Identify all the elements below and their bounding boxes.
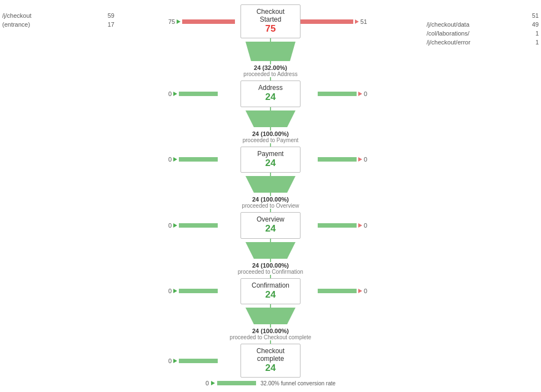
left-count-1: 59 (108, 12, 114, 19)
svg-marker-4 (246, 308, 295, 324)
step-4-left-arrow (173, 223, 177, 228)
step-2-wrapper: 0 Address 24 0 (241, 81, 300, 107)
step-1-left-arrow (177, 19, 181, 24)
step-2-name: Address (246, 84, 295, 92)
step-2-right-bar: 0 (318, 91, 367, 97)
left-sidebar: /j/checkout 59 (entrance) 17 (0, 11, 117, 29)
step-1-wrapper: 75 Checkout Started 75 51 (241, 4, 300, 38)
step-6-left-count: 0 (168, 358, 172, 364)
step-2-right-count: 0 (364, 91, 367, 97)
step-3-left-bar-fill (179, 157, 218, 162)
left-count-2: 17 (108, 21, 114, 28)
transition-3: 24 (100.00%) proceeded to Overview (242, 173, 299, 212)
step-2-right-bar-fill (318, 92, 357, 96)
step-2-left-arrow (173, 92, 177, 96)
right-sidebar: 51 /j/checkout/data 49 /col/laborations/… (424, 11, 541, 47)
trap-svg-4 (243, 242, 298, 259)
proceed-count-4: 24 (100.00%) (238, 262, 303, 269)
proceed-text-2: 24 (100.00%) proceeded to Payment (243, 130, 299, 143)
svg-marker-1 (246, 110, 295, 127)
step-2-left-bar: 0 (168, 91, 218, 97)
step-4-right-bar: 0 (318, 222, 367, 229)
step-6-left-arrow (173, 359, 177, 363)
step-3-left-arrow (173, 157, 177, 162)
trap-svg-3 (243, 176, 298, 193)
step-1-left-count: 75 (168, 18, 175, 25)
step-1-count: 75 (246, 23, 295, 34)
step-3-right-bar-fill (318, 157, 357, 162)
trap-svg-2 (243, 110, 298, 127)
step-5-left-bar: 0 (168, 288, 218, 294)
step-4-box: Overview 24 (241, 212, 300, 238)
proceed-count-1: 24 (32.00%) (243, 64, 297, 71)
svg-marker-3 (246, 242, 295, 259)
step-2-right-arrow (358, 92, 362, 96)
step-5-left-bar-fill (179, 289, 218, 293)
trap-svg-5 (243, 308, 298, 324)
step-5-left-arrow (173, 289, 177, 293)
transition-2: 24 (100.00%) proceeded to Payment (243, 107, 299, 147)
right-url-1: /j/checkout/data (427, 21, 530, 28)
step-6-left-bar-fill (179, 359, 218, 363)
proceed-count-2: 24 (100.00%) (243, 130, 299, 137)
proceed-text-4: 24 (100.00%) proceeded to Confirmation (238, 262, 303, 275)
proceed-text-5: 24 (100.00%) proceeded to Checkout compl… (230, 328, 312, 340)
step-3-right-count: 0 (364, 156, 367, 163)
proceed-to-3: proceeded to Overview (242, 203, 299, 209)
step-5-right-bar: 0 (318, 288, 367, 294)
proceed-text-3: 24 (100.00%) proceeded to Overview (242, 196, 299, 209)
step-6-wrapper: 0 Checkout complete 24 (241, 344, 300, 378)
left-row-1: /j/checkout 59 (0, 11, 117, 20)
step-4-count: 24 (246, 223, 295, 234)
step-3-box: Payment 24 (241, 147, 300, 173)
funnel-container: 75 Checkout Started 75 51 24 (32.00%) (0, 0, 541, 386)
step-6-left-bar: 0 (168, 358, 218, 364)
proceed-count-3: 24 (100.00%) (242, 196, 299, 203)
right-count-3: 1 (535, 39, 539, 46)
left-row-2: (entrance) 17 (0, 20, 117, 29)
step-4-left-bar-fill (179, 223, 218, 228)
step-3-right-bar: 0 (318, 156, 367, 163)
right-row-1: /j/checkout/data 49 (424, 20, 541, 29)
step-1-name: Checkout Started (246, 8, 295, 23)
step-5-right-bar-fill (318, 289, 357, 293)
step-1-box: Checkout Started 75 (241, 4, 300, 38)
step-1-left-bar-fill (182, 19, 235, 24)
step-4-left-count: 0 (168, 222, 172, 229)
proceed-count-5: 24 (100.00%) (230, 328, 312, 334)
proceed-to-5: proceeded to Checkout complete (230, 334, 312, 340)
conversion-bar (217, 381, 256, 385)
right-row-3: /j/checkout/error 1 (424, 38, 541, 47)
left-label-2: (entrance) (2, 21, 30, 28)
page: /j/checkout 59 (entrance) 17 51 /j/check… (0, 0, 541, 392)
step-4-name: Overview (246, 215, 295, 223)
conversion-arrow (211, 381, 215, 385)
step-1-right-arrow (355, 19, 359, 24)
conversion-left-count: 0 (206, 380, 209, 386)
step-3-right-arrow (358, 157, 362, 162)
step-2-count: 24 (246, 92, 295, 103)
step-2-box: Address 24 (241, 81, 300, 107)
step-4-right-count: 0 (364, 222, 367, 229)
transition-1: 24 (32.00%) proceeded to Address (243, 38, 298, 81)
step-3-left-bar: 0 (168, 156, 218, 163)
step-4-right-bar-fill (318, 223, 357, 228)
svg-marker-2 (246, 176, 295, 193)
step-6-count: 24 (246, 363, 295, 374)
step-3-left-count: 0 (168, 156, 172, 163)
step-1-left-bar: 75 (168, 18, 235, 25)
transition-5: 24 (100.00%) proceeded to Checkout compl… (230, 304, 312, 344)
step-5-name: Confirmation (246, 282, 295, 289)
step-5-right-arrow (358, 289, 362, 293)
right-url-3: /j/checkout/error (427, 39, 533, 46)
right-top-count: 51 (532, 12, 539, 19)
proceed-to-2: proceeded to Payment (243, 137, 299, 143)
proceed-to-4: proceeded to Confirmation (238, 269, 303, 275)
conversion-rate: 32.00% funnel conversion rate (261, 380, 335, 386)
step-3-count: 24 (246, 158, 295, 169)
conversion-row: 0 32.00% funnel conversion rate (206, 380, 335, 386)
step-4-left-bar: 0 (168, 222, 218, 229)
step-3-name: Payment (246, 150, 295, 158)
proceed-text-1: 24 (32.00%) proceeded to Address (243, 64, 297, 77)
right-url-2: /col/laborations/ (427, 30, 533, 37)
